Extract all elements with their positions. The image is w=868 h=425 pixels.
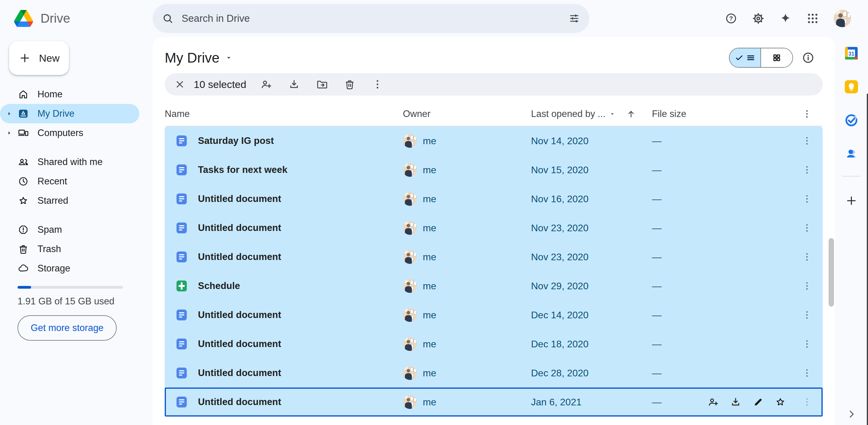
rename-pencil-icon[interactable] xyxy=(752,396,764,408)
selection-toolbar: 10 selected xyxy=(165,73,823,95)
table-row[interactable]: Untitled document me Jan 6, 2021 — xyxy=(165,388,823,417)
spam-icon xyxy=(18,224,29,236)
search-input[interactable] xyxy=(181,12,561,25)
row-more-options-icon[interactable] xyxy=(802,164,812,175)
file-size-value: — xyxy=(652,251,661,263)
info-icon[interactable] xyxy=(802,51,815,64)
sidebar-item-label: My Drive xyxy=(37,108,74,119)
sort-ascending-icon[interactable] xyxy=(626,109,636,119)
table-row[interactable]: Untitled document me Dec 18, 2020 — xyxy=(165,330,823,359)
more-options-icon[interactable] xyxy=(371,78,383,90)
sidebar-item-starred[interactable]: Starred xyxy=(0,191,139,210)
table-row[interactable]: Saturday IG post me Nov 14, 2020 — xyxy=(165,126,823,155)
contacts-icon[interactable] xyxy=(844,147,859,161)
row-more-options-icon[interactable] xyxy=(802,193,812,204)
calendar-icon[interactable]: 31 xyxy=(844,46,859,60)
search-bar[interactable] xyxy=(153,4,589,33)
screen-edge xyxy=(867,94,868,425)
tasks-icon[interactable] xyxy=(844,113,859,127)
download-icon[interactable] xyxy=(288,78,300,90)
file-name: Untitled document xyxy=(198,193,281,204)
file-name-cell: Saturday IG post xyxy=(165,135,403,147)
row-more-options-icon[interactable] xyxy=(802,222,812,233)
table-row[interactable]: Untitled document me Nov 16, 2020 — xyxy=(165,184,823,213)
drive-logo[interactable]: Drive xyxy=(0,10,153,27)
workspace-side-panel: 31 xyxy=(835,37,868,425)
list-view-button[interactable] xyxy=(730,48,761,67)
file-size-cell: — xyxy=(652,193,791,205)
file-name: Tasks for next week xyxy=(198,164,287,175)
trash-icon[interactable] xyxy=(344,78,356,90)
download-icon[interactable] xyxy=(730,396,741,408)
sidebar-item-computers[interactable]: Computers xyxy=(0,123,139,143)
vertical-scrollbar[interactable] xyxy=(829,238,834,306)
google-doc-icon xyxy=(176,193,187,205)
storage-usage-text: 1.91 GB of 15 GB used xyxy=(18,296,153,307)
sidebar-item-recent[interactable]: Recent xyxy=(0,172,139,191)
new-button[interactable]: New xyxy=(9,41,69,75)
row-more-options-icon[interactable] xyxy=(802,397,812,407)
row-more-options-icon[interactable] xyxy=(802,251,812,262)
google-drive-window: Drive ? xyxy=(0,0,868,425)
get-add-ons-plus-icon[interactable] xyxy=(845,194,858,207)
row-more-options-icon[interactable] xyxy=(802,338,812,350)
owner-avatar xyxy=(403,192,417,206)
sidebar-item-storage[interactable]: Storage xyxy=(0,259,139,278)
google-apps-grid-icon[interactable] xyxy=(806,12,819,25)
sidebar-item-spam[interactable]: Spam xyxy=(0,220,139,239)
table-row[interactable]: Untitled document me Dec 28, 2020 — xyxy=(165,359,823,388)
owner-cell: me xyxy=(403,337,531,351)
collapse-panel-chevron-icon[interactable] xyxy=(846,409,857,420)
table-row[interactable]: Tasks for next week me Nov 15, 2020 — xyxy=(165,155,823,184)
last-opened-value: Dec 18, 2020 xyxy=(531,338,652,350)
page-title[interactable]: My Drive xyxy=(165,50,233,66)
share-person-add-icon[interactable] xyxy=(708,396,719,408)
search-icon[interactable] xyxy=(162,12,174,25)
move-to-folder-icon[interactable] xyxy=(316,78,328,90)
file-size-value: — xyxy=(652,135,661,147)
gemini-sparkle-icon[interactable] xyxy=(779,12,792,25)
column-header-file-size[interactable]: File size xyxy=(652,109,791,119)
table-row[interactable]: Untitled document me Nov 23, 2020 — xyxy=(165,213,823,242)
advanced-search-tune-icon[interactable] xyxy=(568,12,580,25)
owner-cell: me xyxy=(403,279,531,293)
grid-view-button[interactable] xyxy=(761,48,793,67)
sidebar-item-home[interactable]: Home xyxy=(0,85,139,104)
row-more-options-icon[interactable] xyxy=(802,368,812,378)
close-icon[interactable] xyxy=(175,79,185,90)
share-person-add-icon[interactable] xyxy=(260,78,272,90)
sidebar-item-shared-with-me[interactable]: Shared with me xyxy=(0,152,139,172)
column-header-name[interactable]: Name xyxy=(165,109,403,119)
table-row[interactable]: Schedule me Nov 29, 2020 — xyxy=(165,271,823,300)
column-header-owner[interactable]: Owner xyxy=(403,109,531,119)
sidebar-item-trash[interactable]: Trash xyxy=(0,239,139,259)
column-header-last-opened[interactable]: Last opened by ... xyxy=(531,109,652,119)
row-more-options-icon[interactable] xyxy=(802,135,812,146)
check-icon xyxy=(735,53,744,62)
owner-cell: me xyxy=(403,308,531,322)
table-row[interactable]: Untitled document me Dec 14, 2020 — xyxy=(165,300,823,330)
chevron-right-icon xyxy=(7,111,12,116)
row-more-options-icon[interactable] xyxy=(802,280,812,292)
plus-icon xyxy=(19,52,31,64)
table-row[interactable]: Untitled document me Nov 23, 2020 — xyxy=(165,242,823,271)
help-icon[interactable]: ? xyxy=(725,12,738,25)
last-opened-value: Nov 14, 2020 xyxy=(531,135,652,147)
home-icon xyxy=(18,89,29,100)
file-name-cell: Untitled document xyxy=(165,193,403,205)
file-size-value: — xyxy=(652,338,661,350)
drive-triangle-icon xyxy=(14,10,33,27)
account-avatar[interactable] xyxy=(834,10,851,27)
owner-cell: me xyxy=(403,134,531,148)
owner-avatar xyxy=(403,395,417,409)
svg-text:?: ? xyxy=(729,15,733,22)
star-icon[interactable] xyxy=(775,396,786,408)
row-more-options-icon[interactable] xyxy=(802,309,812,321)
table-more-options-icon[interactable] xyxy=(802,109,812,119)
sidebar-item-my-drive[interactable]: My Drive xyxy=(0,104,139,123)
get-more-storage-button[interactable]: Get more storage xyxy=(18,315,117,341)
settings-gear-icon[interactable] xyxy=(752,12,765,25)
file-size-cell: — xyxy=(652,135,791,147)
owner-label: me xyxy=(423,280,436,292)
keep-icon[interactable] xyxy=(844,80,859,94)
